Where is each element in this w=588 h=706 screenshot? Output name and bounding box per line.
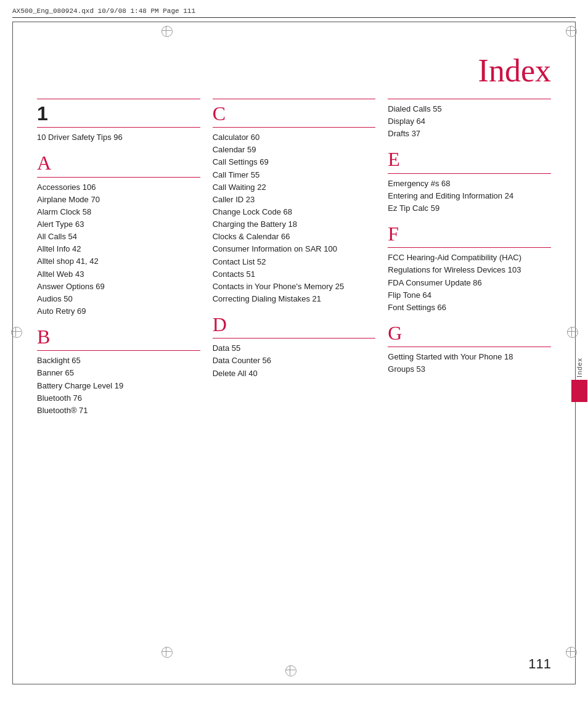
entry-charging: Charging the Battery 18 bbox=[213, 218, 376, 231]
reg-mark-botright bbox=[566, 647, 576, 657]
entry-clocks: Clocks & Calendar 66 bbox=[213, 231, 376, 243]
index-col-2: C Calculator 60 Calendar 59 Call Setting… bbox=[213, 99, 388, 632]
entry-entering: Entering and Editing Information 24 bbox=[388, 190, 551, 202]
reg-mark-midright bbox=[567, 327, 577, 337]
entry-callsettings: Call Settings 69 bbox=[213, 156, 376, 168]
entry-audios: Audios 50 bbox=[37, 293, 200, 305]
page-number: 111 bbox=[528, 656, 551, 672]
entry-callerid: Caller ID 23 bbox=[213, 194, 376, 206]
reg-mark-botmid bbox=[285, 665, 295, 675]
divider-a bbox=[37, 177, 200, 178]
entry-alert: Alert Type 63 bbox=[37, 218, 200, 231]
divider-d bbox=[213, 338, 376, 339]
section-c: C Calculator 60 Calendar 59 Call Setting… bbox=[213, 99, 376, 305]
entry-groups: Groups 53 bbox=[388, 363, 551, 376]
reg-mark-topleft bbox=[161, 26, 171, 36]
section-letter-g: G bbox=[388, 322, 551, 344]
entry-alarm: Alarm Clock 58 bbox=[37, 206, 200, 218]
entry-dialedcalls: Dialed Calls 55 bbox=[388, 103, 551, 115]
border-right bbox=[575, 22, 576, 684]
entry-callwaiting: Call Waiting 22 bbox=[213, 181, 376, 194]
divider-dcont-top bbox=[388, 99, 551, 99]
divider-c bbox=[213, 127, 376, 128]
entry-alltelweb: Alltel Web 43 bbox=[37, 268, 200, 281]
entry-fda: FDA Consumer Update 86 bbox=[388, 277, 551, 289]
side-tab-label: Index bbox=[576, 358, 583, 377]
border-bottom bbox=[12, 684, 576, 684]
reg-mark-midleft bbox=[11, 327, 21, 337]
index-content: 1 10 Driver Safety Tips 96 A Accessories… bbox=[37, 99, 551, 632]
entry-battery: Battery Charge Level 19 bbox=[37, 380, 200, 392]
section-e: E Emergency #s 68 Entering and Editing I… bbox=[388, 149, 551, 215]
divider-b bbox=[37, 350, 200, 351]
divider-e bbox=[388, 173, 551, 174]
page-title: Index bbox=[478, 52, 551, 89]
section-letter-a: A bbox=[37, 152, 200, 174]
entry-contacts: Contacts 51 bbox=[213, 268, 376, 281]
entry-contacts-memory: Contacts in Your Phone's Memory 25 bbox=[213, 281, 376, 293]
side-tab: Index bbox=[571, 358, 588, 402]
entry-contactlist: Contact List 52 bbox=[213, 256, 376, 268]
section-letter-e: E bbox=[388, 149, 551, 170]
entry-banner: Banner 65 bbox=[37, 367, 200, 379]
entry-bluetooth: Bluetooth 76 bbox=[37, 392, 200, 404]
entry-emergency: Emergency #s 68 bbox=[388, 178, 551, 190]
entry-drafts: Drafts 37 bbox=[388, 128, 551, 140]
divider-1-top bbox=[37, 99, 200, 99]
entry-alltelinfo: Alltel Info 42 bbox=[37, 243, 200, 255]
reg-mark-topright bbox=[566, 26, 576, 36]
reg-mark-botleft bbox=[161, 647, 171, 657]
entry-allcalls: All Calls 54 bbox=[37, 231, 200, 243]
entry-autoretry: Auto Retry 69 bbox=[37, 305, 200, 318]
section-f: F FCC Hearing-Aid Compatibility (HAC) Re… bbox=[388, 223, 551, 314]
file-header: AX500_Eng_080924.qxd 10/9/08 1:48 PM Pag… bbox=[12, 7, 576, 18]
divider-c-top bbox=[213, 99, 376, 99]
section-1: 1 10 Driver Safety Tips 96 bbox=[37, 99, 200, 144]
section-letter-f: F bbox=[388, 223, 551, 245]
entry-bluetooth-reg: Bluetooth® 71 bbox=[37, 404, 200, 417]
entry-calltimer: Call Timer 55 bbox=[213, 169, 376, 181]
entry-datacounter: Data Counter 56 bbox=[213, 355, 376, 367]
entry-deleteall: Delete All 40 bbox=[213, 367, 376, 380]
entry-correcting: Correcting Dialing Mistakes 21 bbox=[213, 293, 376, 305]
side-tab-bar bbox=[571, 380, 587, 402]
entry-calculator: Calculator 60 bbox=[213, 131, 376, 144]
section-d-cont: Dialed Calls 55 Display 64 Drafts 37 bbox=[388, 99, 551, 140]
border-top bbox=[12, 22, 576, 22]
entry-calendar: Calendar 59 bbox=[213, 144, 376, 156]
section-num-1: 1 bbox=[37, 103, 200, 125]
border-left bbox=[12, 22, 13, 684]
section-a: A Accessories 106 Airplane Mode 70 Alarm… bbox=[37, 152, 200, 318]
section-letter-b: B bbox=[37, 326, 200, 348]
entry-gettingstarted: Getting Started with Your Phone 18 bbox=[388, 351, 551, 363]
index-col-3: Dialed Calls 55 Display 64 Drafts 37 E E… bbox=[388, 99, 551, 632]
entry-backlight: Backlight 65 bbox=[37, 355, 200, 367]
section-letter-c: C bbox=[213, 103, 376, 125]
entry-answeroptions: Answer Options 69 bbox=[37, 281, 200, 293]
section-d: D Data 55 Data Counter 56 Delete All 40 bbox=[213, 314, 376, 380]
entry-10driver: 10 Driver Safety Tips 96 bbox=[37, 131, 200, 144]
divider-g bbox=[388, 347, 551, 347]
section-g: G Getting Started with Your Phone 18 Gro… bbox=[388, 322, 551, 376]
entry-fontsettings: Font Settings 66 bbox=[388, 302, 551, 314]
index-col-1: 1 10 Driver Safety Tips 96 A Accessories… bbox=[37, 99, 213, 632]
divider-f bbox=[388, 247, 551, 248]
entry-accessories: Accessories 106 bbox=[37, 181, 200, 194]
entry-data: Data 55 bbox=[213, 342, 376, 355]
entry-changelockcode: Change Lock Code 68 bbox=[213, 206, 376, 218]
entry-fcc: FCC Hearing-Aid Compatibility (HAC) Regu… bbox=[388, 252, 551, 276]
section-b: B Backlight 65 Banner 65 Battery Charge … bbox=[37, 326, 200, 417]
entry-alltelshop: Alltel shop 41, 42 bbox=[37, 255, 200, 268]
entry-consumer-info: Consumer Information on SAR 100 bbox=[213, 243, 376, 255]
section-letter-d: D bbox=[213, 314, 376, 335]
entry-fliptone: Flip Tone 64 bbox=[388, 289, 551, 302]
entry-airplane: Airplane Mode 70 bbox=[37, 194, 200, 206]
entry-display: Display 64 bbox=[388, 115, 551, 128]
divider-1 bbox=[37, 127, 200, 128]
entry-eztipcalc: Ez Tip Calc 59 bbox=[388, 202, 551, 215]
